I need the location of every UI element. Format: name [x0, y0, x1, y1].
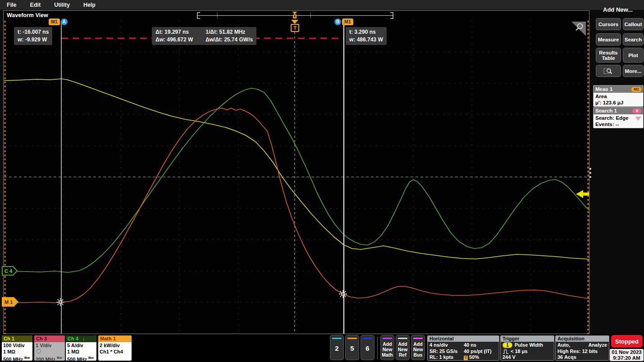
add-new-math-button[interactable]: Add New Math [380, 335, 394, 360]
waveform-view-window: Waveform View [3, 10, 589, 334]
add-results-table-button[interactable]: Results Table [596, 48, 621, 63]
more-button[interactable]: More... [623, 65, 644, 77]
ch4-label: Ch 4 [68, 336, 78, 341]
add-new-ref-label: Add New Ref [396, 341, 409, 357]
math1-label: Math 1 [98, 335, 132, 342]
delta-t: Δt: 19.297 ns [155, 28, 204, 36]
ch2-color-stripe [332, 338, 342, 339]
ch6-slot-button[interactable]: 6 [361, 335, 375, 360]
ch1-impedance: 1 MΩ [3, 349, 31, 355]
trigger-source-badge: 1 [502, 342, 512, 348]
menu-bar: File Edit Utility Help [0, 0, 644, 10]
horizontal-panel[interactable]: Horizontal 4 ns/div40 ns SR: 25 GS/s40 p… [427, 335, 499, 361]
bus-color-stripe [413, 338, 423, 339]
add-search-button[interactable]: Search [623, 33, 644, 45]
add-plot-button[interactable]: Plot [623, 48, 644, 63]
probe-icon [37, 349, 41, 353]
trigger-level: 244 V [502, 354, 516, 361]
ch1-bandwidth: 500 MHz [3, 357, 23, 361]
bottombar-divider [377, 336, 378, 359]
settings-bar: Ch 1 100 V/div 1 MΩ 500 MHz Bw Ch 3 1 V/… [0, 334, 644, 362]
ch1-level-arrow-tail [583, 193, 589, 196]
trigger-title: Trigger [501, 336, 554, 342]
menu-help[interactable]: Help [83, 2, 96, 8]
ch4-badge[interactable]: Ch 4 ↓ 5 A/div 1 MΩ 500 MHz Bw [66, 335, 96, 361]
acquisition-resolution: High Res: 12 bits [557, 348, 607, 355]
ch3-bw-tag: Bw [57, 356, 62, 360]
math1-badge[interactable]: Math 1 2 kW/div Ch1 * Ch4 [98, 335, 132, 361]
panel-drag-handle[interactable] [589, 168, 591, 178]
search1-type: Search: Edge [595, 115, 629, 121]
cursor-a-badge[interactable]: A [61, 18, 68, 25]
horizontal-window: 40 ns [464, 342, 476, 348]
add-new-title: Add New... [593, 6, 643, 13]
math1-source: Ch1 * Ch4 [100, 349, 130, 355]
oscilloscope-app: File Edit Utility Help Waveform View [0, 0, 644, 362]
add-new-bus-button[interactable]: Add New Bus [411, 335, 425, 360]
ch5-slot-button[interactable]: 5 [345, 335, 359, 360]
search1-title: Search 1 [595, 108, 617, 113]
trigger-flag-arrow-icon[interactable] [291, 20, 298, 24]
cursor-b-badges[interactable]: B M1 [334, 18, 353, 25]
math-color-stripe [383, 338, 392, 339]
cursor-delta-readout: Δt: 19.297 ns 1/Δt: 51.82 MHz Δw: 496.67… [152, 27, 256, 45]
horizontal-resolution: 40 ps/pt (IT) [464, 348, 492, 355]
zoom-icon [603, 67, 614, 75]
horizontal-position: 50% [469, 354, 479, 360]
math1-trace-flag[interactable]: M 1 [1, 296, 19, 308]
acquisition-panel[interactable]: Acquisition Auto,Analyze High Res: 12 bi… [555, 335, 609, 361]
menu-edit[interactable]: Edit [30, 2, 41, 8]
cursor-a-readout: t: -16.007 ns w: -9.929 W [14, 27, 52, 45]
delta-w-per-t: Δw/Δt: 25.74 GW/s [206, 36, 253, 43]
math1-flag-label: M 1 [5, 299, 13, 305]
menu-file[interactable]: File [7, 2, 17, 8]
ch3-badge[interactable]: Ch 3 1 V/div 200 MHz Bw [34, 335, 65, 361]
search-mark-icon [635, 117, 641, 121]
add-cursors-button[interactable]: Cursors [596, 18, 621, 30]
run-stop-button[interactable]: Stopped [611, 335, 643, 348]
ch4-trace-flag[interactable]: C 4 [1, 266, 18, 276]
datetime-display: 01 Nov 2023 9:37:20 AM [610, 349, 644, 361]
math1-scale: 2 kW/div [100, 343, 130, 349]
ch2-slot-button[interactable]: 2 [330, 335, 344, 360]
search1-card[interactable]: Search 1 Search: Edge Events: -- [593, 107, 644, 128]
search1-badge [632, 109, 641, 113]
meas1-type: Area [595, 93, 641, 100]
add-new-ref-button[interactable]: Add New Ref [396, 335, 410, 360]
cursor-b-badge[interactable]: B [334, 18, 341, 25]
ch1-label: Ch 1 [2, 335, 32, 342]
add-measure-button[interactable]: Measure [596, 33, 621, 45]
trigger-condition: < 18 μs [511, 348, 528, 355]
ch3-label: Ch 3 [34, 335, 65, 342]
cursor-a-source-badge[interactable]: M1 [49, 18, 60, 25]
meas1-card[interactable]: Meas 1 M1 Area μ': 123.6 μJ [593, 85, 644, 107]
inverse-delta-t: 1/Δt: 51.82 MHz [206, 29, 245, 35]
trigger-flag[interactable]: T [291, 24, 299, 32]
cursor-b-readout: t: 3.290 ns w: 486.743 W [346, 27, 387, 45]
waveform-view-title: Waveform View [7, 12, 48, 18]
overview-minimap[interactable] [194, 11, 396, 21]
ch1-bw-tag: Bw [24, 356, 30, 360]
minimap-trigger-marker-inner [294, 15, 296, 18]
zoom-mode-button[interactable] [596, 65, 621, 77]
add-new-bus-label: Add New Bus [411, 341, 425, 357]
ch5-slot-label: 5 [346, 344, 359, 352]
horizontal-title: Horizontal [428, 336, 499, 342]
ch1-badge[interactable]: Ch 1 100 V/div 1 MΩ 500 MHz Bw [2, 335, 32, 361]
cursor-b-value: w: 486.743 W [349, 36, 383, 44]
search1-events: Events: -- [595, 121, 641, 127]
cursor-a-badges[interactable]: M1 A [49, 18, 68, 25]
ch6-color-stripe [363, 338, 372, 339]
cursor-b-source-badge[interactable]: M1 [342, 18, 353, 25]
cursor-a-value: w: -9.929 W [18, 36, 49, 44]
ch4-impedance: 1 MΩ [67, 349, 95, 355]
ch5-color-stripe [347, 338, 357, 339]
menu-utility[interactable]: Utility [54, 2, 70, 8]
ch1-yellow-trace [4, 79, 589, 259]
meas1-value: μ': 123.6 μJ [595, 100, 641, 106]
add-callout-button[interactable]: Callout [623, 18, 644, 30]
trigger-type: Pulse Width [515, 342, 543, 348]
minimap-trigger-arrow-icon[interactable] [292, 12, 297, 14]
acquisition-count: 36 Acqs [557, 354, 607, 361]
trigger-panel[interactable]: Trigger 1Pulse Width < 18 μs 244 V [500, 335, 554, 361]
